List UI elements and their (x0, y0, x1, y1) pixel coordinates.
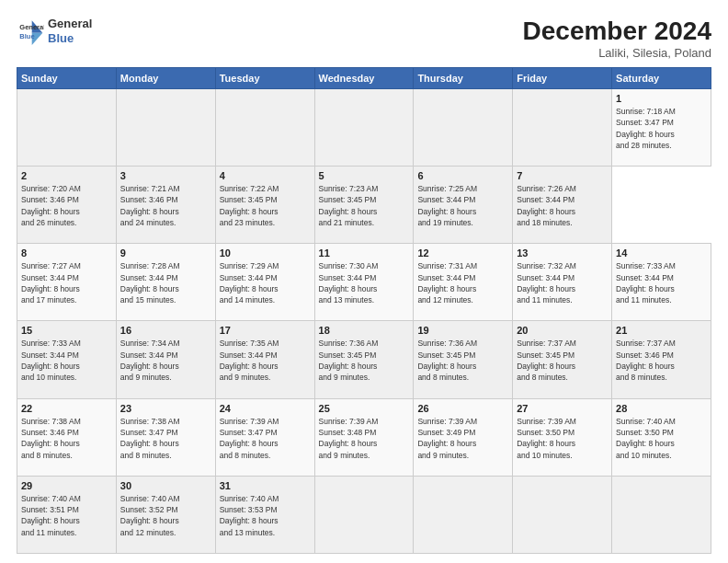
day-info: Sunrise: 7:32 AMSunset: 3:44 PMDaylight:… (517, 260, 608, 305)
calendar-cell: 25Sunrise: 7:39 AMSunset: 3:48 PMDayligh… (314, 398, 414, 476)
title-block: December 2024 Laliki, Silesia, Poland (523, 17, 711, 60)
page: General Blue General Blue December 2024 … (0, 0, 728, 563)
calendar-cell: 15Sunrise: 7:33 AMSunset: 3:44 PMDayligh… (17, 321, 117, 398)
calendar-cell: 2Sunrise: 7:20 AMSunset: 3:46 PMDaylight… (17, 167, 117, 244)
logo-subtext: Blue (48, 31, 92, 46)
calendar-week-3: 8Sunrise: 7:27 AMSunset: 3:44 PMDaylight… (17, 244, 711, 321)
calendar-cell: 21Sunrise: 7:37 AMSunset: 3:46 PMDayligh… (612, 321, 711, 398)
day-info: Sunrise: 7:20 AMSunset: 3:46 PMDaylight:… (21, 183, 112, 228)
calendar-cell: 13Sunrise: 7:32 AMSunset: 3:44 PMDayligh… (513, 244, 612, 321)
day-number: 31 (220, 480, 311, 491)
calendar-week-4: 15Sunrise: 7:33 AMSunset: 3:44 PMDayligh… (17, 321, 711, 398)
calendar-cell: 31Sunrise: 7:40 AMSunset: 3:53 PMDayligh… (215, 476, 314, 553)
day-info: Sunrise: 7:39 AMSunset: 3:49 PMDaylight:… (417, 416, 508, 461)
calendar-cell (116, 89, 215, 167)
calendar-cell: 10Sunrise: 7:29 AMSunset: 3:44 PMDayligh… (215, 244, 314, 321)
svg-text:Blue: Blue (19, 31, 34, 40)
day-info: Sunrise: 7:25 AMSunset: 3:44 PMDaylight:… (417, 183, 508, 228)
day-number: 10 (220, 247, 311, 259)
day-info: Sunrise: 7:37 AMSunset: 3:46 PMDaylight:… (616, 338, 707, 383)
day-info: Sunrise: 7:29 AMSunset: 3:44 PMDaylight:… (220, 260, 311, 305)
calendar-cell: 22Sunrise: 7:38 AMSunset: 3:46 PMDayligh… (17, 398, 117, 476)
day-info: Sunrise: 7:28 AMSunset: 3:44 PMDaylight:… (120, 260, 211, 305)
svg-text:General: General (19, 23, 44, 31)
day-info: Sunrise: 7:40 AMSunset: 3:50 PMDaylight:… (616, 416, 707, 461)
calendar-cell (612, 476, 711, 553)
day-info: Sunrise: 7:40 AMSunset: 3:53 PMDaylight:… (220, 493, 311, 538)
calendar-cell (513, 476, 612, 553)
day-number: 26 (417, 403, 508, 414)
day-number: 25 (319, 403, 410, 414)
day-number: 20 (517, 325, 608, 336)
calendar-cell: 19Sunrise: 7:36 AMSunset: 3:45 PMDayligh… (414, 321, 513, 398)
calendar-cell: 5Sunrise: 7:23 AMSunset: 3:45 PMDaylight… (314, 167, 414, 244)
calendar-week-2: 2Sunrise: 7:20 AMSunset: 3:46 PMDaylight… (17, 167, 711, 244)
day-number: 30 (120, 480, 211, 491)
calendar-header-row: SundayMondayTuesdayWednesdayThursdayFrid… (17, 68, 711, 89)
calendar-week-5: 22Sunrise: 7:38 AMSunset: 3:46 PMDayligh… (17, 398, 711, 476)
calendar-cell (314, 476, 414, 553)
day-info: Sunrise: 7:39 AMSunset: 3:47 PMDaylight:… (220, 416, 311, 461)
day-info: Sunrise: 7:34 AMSunset: 3:44 PMDaylight:… (120, 338, 211, 383)
day-number: 11 (319, 247, 410, 259)
logo: General Blue General Blue (17, 17, 92, 45)
day-number: 22 (21, 403, 112, 414)
day-info: Sunrise: 7:39 AMSunset: 3:48 PMDaylight:… (319, 416, 410, 461)
day-number: 5 (319, 170, 410, 181)
day-number: 21 (616, 325, 707, 336)
day-info: Sunrise: 7:40 AMSunset: 3:52 PMDaylight:… (120, 493, 211, 538)
day-number: 3 (120, 170, 211, 181)
day-info: Sunrise: 7:31 AMSunset: 3:44 PMDaylight:… (417, 260, 508, 305)
day-number: 13 (517, 247, 608, 259)
logo-text: General (48, 17, 92, 31)
header: General Blue General Blue December 2024 … (17, 17, 711, 60)
day-number: 24 (220, 403, 311, 414)
calendar-cell: 3Sunrise: 7:21 AMSunset: 3:46 PMDaylight… (116, 167, 215, 244)
day-info: Sunrise: 7:36 AMSunset: 3:45 PMDaylight:… (417, 338, 508, 383)
day-info: Sunrise: 7:39 AMSunset: 3:50 PMDaylight:… (517, 416, 608, 461)
calendar-cell (314, 89, 414, 167)
calendar-cell: 23Sunrise: 7:38 AMSunset: 3:47 PMDayligh… (116, 398, 215, 476)
day-number: 27 (517, 403, 608, 414)
calendar-week-1: 1Sunrise: 7:18 AMSunset: 3:47 PMDaylight… (17, 89, 711, 167)
header-day-tuesday: Tuesday (215, 68, 314, 89)
header-day-wednesday: Wednesday (314, 68, 414, 89)
day-number: 8 (21, 247, 112, 259)
calendar-cell: 24Sunrise: 7:39 AMSunset: 3:47 PMDayligh… (215, 398, 314, 476)
header-day-friday: Friday (513, 68, 612, 89)
day-number: 23 (120, 403, 211, 414)
day-number: 28 (616, 403, 707, 414)
day-number: 14 (616, 247, 707, 259)
day-number: 6 (417, 170, 508, 181)
day-info: Sunrise: 7:33 AMSunset: 3:44 PMDaylight:… (616, 260, 707, 305)
calendar-cell (215, 89, 314, 167)
day-info: Sunrise: 7:23 AMSunset: 3:45 PMDaylight:… (319, 183, 410, 228)
header-day-sunday: Sunday (17, 68, 117, 89)
day-number: 7 (517, 170, 608, 181)
calendar-cell (17, 89, 117, 167)
day-info: Sunrise: 7:18 AMSunset: 3:47 PMDaylight:… (616, 106, 707, 151)
calendar-cell: 12Sunrise: 7:31 AMSunset: 3:44 PMDayligh… (414, 244, 513, 321)
calendar-cell: 9Sunrise: 7:28 AMSunset: 3:44 PMDaylight… (116, 244, 215, 321)
logo-icon: General Blue (17, 17, 44, 45)
calendar-cell: 4Sunrise: 7:22 AMSunset: 3:45 PMDaylight… (215, 167, 314, 244)
calendar-cell: 18Sunrise: 7:36 AMSunset: 3:45 PMDayligh… (314, 321, 414, 398)
location-subtitle: Laliki, Silesia, Poland (523, 46, 711, 60)
day-number: 18 (319, 325, 410, 336)
calendar-cell: 16Sunrise: 7:34 AMSunset: 3:44 PMDayligh… (116, 321, 215, 398)
calendar-cell (513, 89, 612, 167)
day-number: 4 (220, 170, 311, 181)
day-info: Sunrise: 7:30 AMSunset: 3:44 PMDaylight:… (319, 260, 410, 305)
day-info: Sunrise: 7:35 AMSunset: 3:44 PMDaylight:… (220, 338, 311, 383)
calendar-cell (414, 89, 513, 167)
calendar-table: SundayMondayTuesdayWednesdayThursdayFrid… (17, 67, 711, 554)
calendar-cell: 30Sunrise: 7:40 AMSunset: 3:52 PMDayligh… (116, 476, 215, 553)
day-number: 15 (21, 325, 112, 336)
day-info: Sunrise: 7:33 AMSunset: 3:44 PMDaylight:… (21, 338, 112, 383)
day-info: Sunrise: 7:40 AMSunset: 3:51 PMDaylight:… (21, 493, 112, 538)
day-number: 12 (417, 247, 508, 259)
day-info: Sunrise: 7:38 AMSunset: 3:46 PMDaylight:… (21, 416, 112, 461)
calendar-cell (414, 476, 513, 553)
month-title: December 2024 (523, 17, 711, 46)
day-info: Sunrise: 7:21 AMSunset: 3:46 PMDaylight:… (120, 183, 211, 228)
